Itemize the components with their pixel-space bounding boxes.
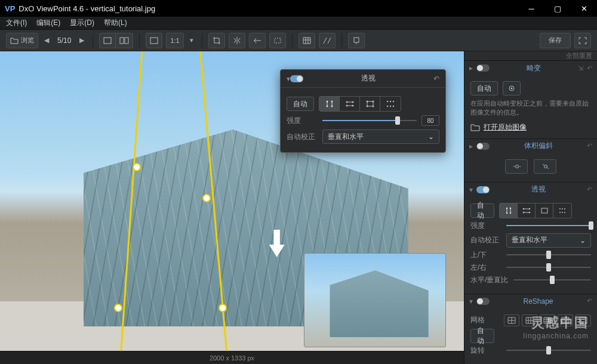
svg-rect-44 xyxy=(562,317,569,323)
hvratio-slider[interactable] xyxy=(513,279,591,280)
chevron-right-icon[interactable]: ▸ xyxy=(469,64,473,72)
leftright-slider[interactable] xyxy=(506,267,591,268)
auto-button[interactable]: 自动 xyxy=(470,329,494,343)
mode-rectangle-button[interactable] xyxy=(536,203,553,218)
window-title: DxO ViewPoint 4.6 - vertical_tutorial.jp… xyxy=(19,4,155,13)
next-button[interactable]: ▶ xyxy=(77,36,87,44)
guide-handle[interactable] xyxy=(114,304,122,312)
target-button[interactable] xyxy=(503,81,521,95)
mode-vertical-button[interactable] xyxy=(500,203,518,218)
zoom-1-1-button[interactable]: 1:1 xyxy=(166,33,183,48)
tool-crop-button[interactable] xyxy=(208,33,225,48)
menu-view[interactable]: 显示(D) xyxy=(70,18,94,28)
mode-vertical-button[interactable] xyxy=(319,97,340,111)
menu-file[interactable]: 文件(I) xyxy=(6,18,27,28)
zoom-dropdown[interactable]: ▾ xyxy=(187,36,196,44)
undo-icon[interactable]: ↶ xyxy=(587,142,592,150)
app-logo: VP xyxy=(5,4,15,13)
loupe-button[interactable] xyxy=(348,33,365,48)
guides-button[interactable] xyxy=(319,33,336,48)
svg-point-39 xyxy=(562,208,563,209)
mode-rectangle-button[interactable] xyxy=(360,97,380,111)
chevron-right-icon[interactable]: ▸ xyxy=(469,142,473,150)
mode-8point-button[interactable] xyxy=(553,203,571,218)
link-icon[interactable]: ⇲ xyxy=(578,64,583,72)
page-indicator: 5/10 xyxy=(55,36,73,45)
mode-horizontal-button[interactable] xyxy=(340,97,360,111)
grid-custom-button[interactable] xyxy=(576,314,591,326)
panel-title: 透视 xyxy=(493,184,583,195)
folder-icon xyxy=(470,123,480,131)
canvas[interactable]: ▾ 透视 ↶ 自动 强度 80 xyxy=(0,51,464,364)
updown-slider[interactable] xyxy=(506,254,591,255)
svg-point-38 xyxy=(559,208,561,209)
undo-icon[interactable]: ↶ xyxy=(587,186,592,193)
grid-3x3-button[interactable] xyxy=(540,314,555,326)
window-controls: ─ ▢ ✕ xyxy=(518,0,597,17)
tool-horizon-button[interactable] xyxy=(249,33,266,48)
chevron-down-icon: ⌄ xyxy=(428,132,434,141)
browse-button[interactable]: 浏览 xyxy=(6,33,38,48)
tool-mirror-button[interactable] xyxy=(229,33,245,48)
prev-button[interactable]: ◀ xyxy=(42,36,51,44)
hvratio-label: 水平/垂直比 xyxy=(470,275,509,285)
autocorrect-select[interactable]: 垂直和水平 ⌄ xyxy=(322,129,439,144)
tool-mask-button[interactable] xyxy=(269,33,286,48)
panel-toggle[interactable] xyxy=(476,186,490,193)
undo-icon[interactable]: ↶ xyxy=(433,75,439,83)
open-original-link[interactable]: 打开原始图像 xyxy=(484,122,527,132)
fullscreen-button[interactable] xyxy=(574,33,591,48)
save-button[interactable]: 保存 xyxy=(540,33,571,48)
rotate-slider[interactable] xyxy=(506,350,591,351)
grid-button[interactable] xyxy=(298,33,315,48)
volume-diag-button[interactable] xyxy=(534,159,556,174)
intensity-label: 强度 xyxy=(287,116,318,126)
svg-point-22 xyxy=(387,106,388,107)
svg-point-21 xyxy=(393,101,394,102)
menu-edit[interactable]: 编辑(E) xyxy=(36,18,60,28)
panel-toggle[interactable] xyxy=(476,143,490,150)
svg-rect-5 xyxy=(354,38,359,42)
undo-icon[interactable]: ↶ xyxy=(587,64,592,72)
maximize-button[interactable]: ▢ xyxy=(544,0,571,17)
panel-toggle[interactable] xyxy=(290,75,303,82)
auto-button[interactable]: 自动 xyxy=(470,81,498,95)
intensity-value[interactable]: 80 xyxy=(421,115,439,126)
guide-handle[interactable] xyxy=(133,163,141,171)
volume-horiz-button[interactable] xyxy=(505,159,528,174)
mode-horizontal-button[interactable] xyxy=(518,203,536,218)
auto-button[interactable]: 自动 xyxy=(470,203,494,218)
panel-toggle[interactable] xyxy=(476,298,490,305)
fit-button[interactable] xyxy=(146,33,162,48)
close-button[interactable]: ✕ xyxy=(571,0,597,17)
intensity-slider[interactable] xyxy=(506,225,591,226)
result-thumbnail xyxy=(304,253,446,347)
undo-icon[interactable]: ↶ xyxy=(587,297,592,305)
statusbar: 2000 x 1333 px xyxy=(0,351,464,364)
grid-label: 网格 xyxy=(470,315,499,325)
mode-8point-button[interactable] xyxy=(380,97,401,111)
auto-button[interactable]: 自动 xyxy=(287,97,314,111)
svg-rect-0 xyxy=(104,38,111,44)
grid-3x2-button[interactable] xyxy=(522,314,537,326)
svg-rect-37 xyxy=(541,208,547,213)
autocorrect-select[interactable]: 垂直和水平⌄ xyxy=(506,233,591,248)
chevron-down-icon[interactable]: ▾ xyxy=(469,297,473,306)
svg-point-16 xyxy=(372,101,374,103)
grid-dense-button[interactable] xyxy=(558,314,573,326)
chevron-down-icon[interactable]: ▾ xyxy=(469,186,473,194)
panel-toggle[interactable] xyxy=(476,64,490,72)
guide-handle[interactable] xyxy=(219,304,227,312)
reset-all-button[interactable]: 全部重置 xyxy=(566,51,592,60)
guide-handle[interactable] xyxy=(202,194,211,202)
view-split-button[interactable] xyxy=(116,33,133,48)
sidebar: 全部重置 ▸ 畸变 ⇲↶ 自动 在应用自动畸变校正之前，需要来自原始图像文件的信… xyxy=(464,51,597,364)
intensity-slider[interactable] xyxy=(322,120,417,121)
titlebar: VP DxO ViewPoint 4.6 - vertical_tutorial… xyxy=(0,0,597,17)
menu-help[interactable]: 帮助(L) xyxy=(104,18,127,28)
perspective-mode-group xyxy=(499,203,572,218)
svg-point-18 xyxy=(372,106,374,107)
view-single-button[interactable] xyxy=(99,33,116,48)
minimize-button[interactable]: ─ xyxy=(518,0,544,17)
grid-2x2-button[interactable] xyxy=(504,314,519,326)
